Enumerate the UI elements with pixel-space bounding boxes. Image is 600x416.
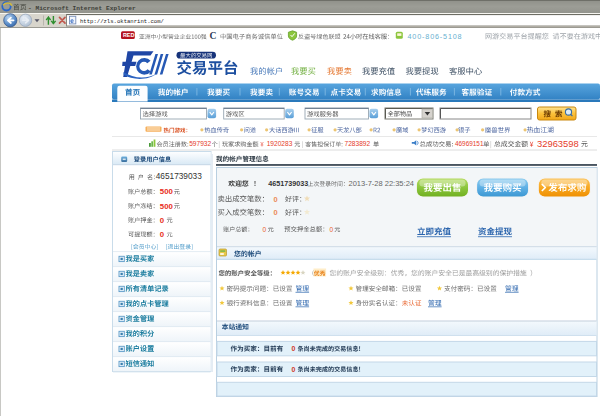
svg-text:0: 0 bbox=[292, 366, 296, 373]
svg-text:RED: RED bbox=[123, 32, 134, 38]
svg-text:500: 500 bbox=[160, 187, 174, 196]
svg-text:46969151: 46969151 bbox=[455, 140, 484, 147]
svg-text:1920283: 1920283 bbox=[267, 140, 293, 147]
svg-text:0: 0 bbox=[263, 226, 267, 233]
svg-text:- Microsoft Internet Explorer: - Microsoft Internet Explorer bbox=[28, 5, 136, 12]
svg-text:4651739033: 4651739033 bbox=[156, 171, 203, 181]
svg-text:0: 0 bbox=[330, 226, 334, 233]
svg-text:http://zls.oktanrint.com/: http://zls.oktanrint.com/ bbox=[80, 18, 165, 25]
svg-text:0: 0 bbox=[274, 195, 278, 204]
svg-text:597932: 597932 bbox=[189, 140, 211, 147]
svg-text:4651739033: 4651739033 bbox=[268, 179, 308, 188]
svg-text:32963598: 32963598 bbox=[537, 138, 579, 149]
svg-text:0: 0 bbox=[160, 216, 165, 225]
svg-text:7283892: 7283892 bbox=[345, 140, 371, 147]
svg-text:2013-7-28 22:35:24: 2013-7-28 22:35:24 bbox=[349, 179, 414, 188]
svg-text:500: 500 bbox=[160, 202, 174, 211]
svg-text:0: 0 bbox=[292, 345, 296, 352]
svg-text:400-806-5108: 400-806-5108 bbox=[408, 32, 463, 41]
svg-text:C: C bbox=[210, 30, 217, 41]
svg-text:0: 0 bbox=[274, 208, 278, 217]
svg-text:0: 0 bbox=[160, 230, 165, 239]
